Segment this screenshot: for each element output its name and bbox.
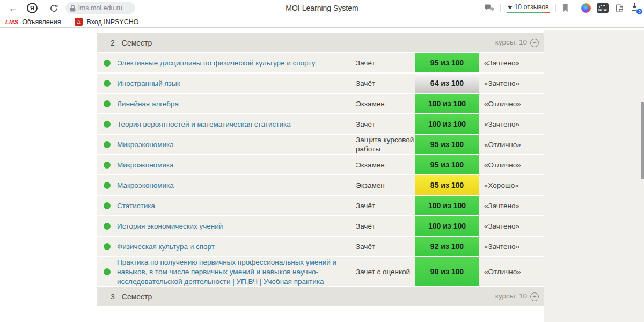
address-bar[interactable]: lms.moi.edu.ru [65,2,135,14]
course-score: 92 из 100 [415,237,479,256]
course-type: Зачёт [356,222,415,231]
status-cell [97,141,117,148]
status-dot-icon [104,121,111,128]
course-type: Зачёт [356,201,415,210]
site-reviews[interactable]: ★10 отзывов [507,3,550,13]
course-row: Теория вероятностей и математическая ста… [97,114,544,134]
lms-favicon: LMS [5,19,18,25]
course-row: Статистика Зачёт 100 из 100 «Зачтено» [97,196,544,215]
toolbar-divider [555,4,556,12]
bookmark-icon[interactable] [562,4,569,13]
course-row: Иностранный язык Зачёт 64 из 100 «Зачтен… [97,74,544,93]
course-score: 100 из 100 [415,114,479,134]
courses-count-link[interactable]: курсы: 10 [495,38,527,47]
status-cell [97,268,117,275]
course-score: 64 из 100 [415,74,479,93]
status-dot-icon [104,202,111,209]
collapse-semester-icon[interactable] [530,39,539,47]
url-text: lms.moi.edu.ru [78,4,122,12]
status-cell [97,100,117,107]
course-link[interactable]: История экономических учений [117,222,223,230]
toolbar-divider [500,4,501,12]
course-score: 85 из 100 [415,175,479,195]
semester-label: Семестр [122,39,152,47]
course-score: 95 из 100 [415,155,479,174]
status-dot-icon [104,223,111,230]
status-dot-icon [104,182,111,189]
yandex-browser-icon[interactable]: Я [27,3,38,13]
course-grade: «Отлично» [479,141,521,149]
course-link[interactable]: Статистика [117,202,155,210]
course-link[interactable]: Теория вероятностей и математическая ста… [117,120,291,128]
course-score: 100 из 100 [415,216,479,236]
course-grade: «Зачтено» [479,120,519,128]
status-dot-icon [104,162,111,169]
course-type: Зачёт [356,79,415,88]
toolbar-divider [575,4,575,12]
extension-sphere-icon[interactable] [581,3,591,13]
semester-2-header: 2 Семестр курсы: 10 [97,33,544,52]
semester-number: 2 [111,39,115,47]
course-link[interactable]: Практика по получению первичных професси… [117,258,336,286]
status-dot-icon [104,243,111,250]
bookmark-item-announcements[interactable]: LMS Объявления [5,18,61,26]
downloads-icon[interactable]: 2 [630,2,641,14]
course-row: Практика по получению первичных професси… [97,257,544,286]
course-type: Зачёт [356,120,415,129]
page-background [544,30,644,322]
course-link[interactable]: Линейная алгебра [117,100,179,108]
course-type: Экзамен [356,99,415,108]
course-score: 100 из 100 [415,94,479,113]
course-row: Микроэкономика Экзамен 95 из 100 «Отличн… [97,155,544,174]
course-row: Микроэкономика Защита курсовой работы 95… [97,135,544,154]
course-link[interactable]: Микроэкономика [117,161,174,169]
course-list: Элективные дисциплины по физической куль… [97,53,544,286]
downloads-badge: 2 [636,8,643,15]
course-type: Защита курсовой работы [356,135,415,153]
courses-count-link[interactable]: курсы: 10 [495,292,527,301]
course-grade: «Отлично» [479,100,521,108]
status-dot-icon [104,268,111,275]
course-grade: «Зачтено» [479,222,519,230]
course-type: Зачет с оценкой [356,267,415,276]
status-dot-icon [104,80,111,87]
lock-icon [70,5,76,12]
course-grade: «Зачтено» [479,59,519,67]
rating-bar [507,12,550,13]
course-row: История экономических учений Зачёт 100 и… [97,216,544,236]
course-grade: «Зачтено» [479,243,519,251]
course-grade: «Хорошо» [479,181,519,189]
expand-semester-icon[interactable] [530,292,539,301]
course-grade: «Зачтено» [479,79,519,87]
course-score: 95 из 100 [415,53,479,72]
course-link[interactable]: Микроэкономика [117,141,174,149]
status-cell [97,60,117,67]
status-cell [97,202,117,209]
course-row: Макроэкономика Экзамен 85 из 100 «Хорошо… [97,175,544,195]
course-score: 95 из 100 [415,135,479,154]
course-link[interactable]: Элективные дисциплины по физической куль… [117,59,315,67]
collections-icon[interactable] [614,3,624,13]
course-link[interactable]: Макроэкономика [117,181,174,189]
back-icon[interactable]: ← [6,2,19,14]
course-type: Экзамен [356,160,415,170]
status-cell [97,80,117,87]
course-link[interactable]: Физическая культура и спорт [117,243,215,251]
bookmark-item-inpsycho[interactable]: △ Вход.INPSYCHO [75,18,138,26]
status-cell [97,162,117,169]
video-new-icon[interactable]: NEW [597,3,609,13]
course-type: Зачёт [356,242,415,251]
course-link[interactable]: Иностранный язык [117,79,180,87]
status-dot-icon [104,141,111,148]
site-comments-icon[interactable] [484,4,494,13]
course-score: 90 из 100 [415,257,479,286]
status-dot-icon [104,60,111,67]
course-grade: «Отлично» [479,161,521,169]
semester-3-header: 3 Семестр курсы: 10 [97,287,544,306]
semester-label: Семестр [122,292,152,301]
refresh-icon[interactable] [47,2,60,14]
status-cell [97,121,117,128]
course-grade: «Зачтено» [479,202,519,210]
scrollbar-thumb[interactable] [641,102,644,179]
semester-number: 3 [111,292,115,301]
